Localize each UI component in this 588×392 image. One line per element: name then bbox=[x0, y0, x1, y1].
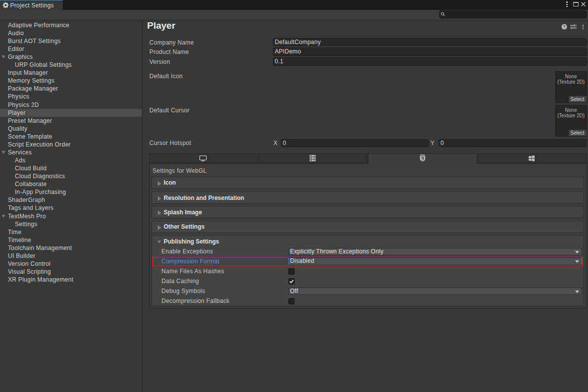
svg-text:?: ? bbox=[563, 24, 565, 29]
